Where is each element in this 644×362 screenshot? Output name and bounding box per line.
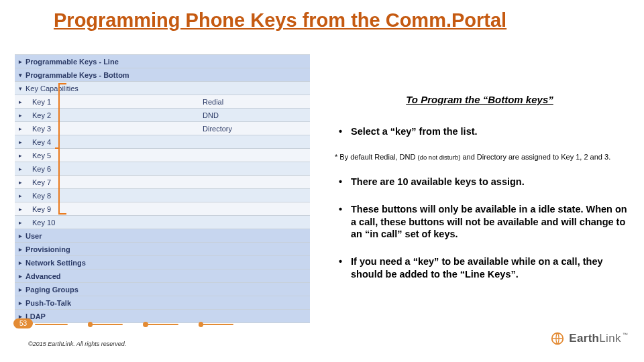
- key-label: Key 8: [25, 192, 203, 200]
- note-text: and Directory are assigned to Key 1, 2 a…: [460, 153, 610, 161]
- chevron-right-icon: ▸: [19, 300, 25, 306]
- section-label: Paging Groups: [25, 286, 310, 294]
- key-label: Key 7: [25, 178, 203, 186]
- trademark-icon: ™: [623, 332, 628, 338]
- key-label: Key 10: [25, 219, 203, 227]
- earthlink-logo: EarthLink™: [550, 331, 628, 346]
- chevron-right-icon: ▸: [19, 58, 25, 65]
- instructions: To Program the “Bottom keys” Select a “k…: [332, 94, 627, 296]
- chevron-right-icon: ▸: [19, 219, 25, 226]
- bullet-list: Select a “key” from the list.: [332, 125, 627, 138]
- bullet-item: These buttons will only be available in …: [332, 203, 627, 241]
- section-prog-keys-line[interactable]: ▸ Programmable Keys - Line: [15, 55, 310, 68]
- chevron-right-icon: ▸: [19, 233, 25, 239]
- section-user[interactable]: ▸User: [15, 229, 310, 243]
- chevron-right-icon: ▸: [19, 166, 25, 172]
- section-network-settings[interactable]: ▸Network Settings: [15, 256, 310, 269]
- section-label: Key Capabilities: [25, 84, 310, 93]
- key-value: Redial: [203, 98, 310, 106]
- page-number-badge: 53: [13, 318, 33, 328]
- globe-icon: [550, 331, 565, 346]
- section-label: Push-To-Talk: [25, 299, 310, 307]
- note-text: * By default Redial, DND: [335, 153, 418, 161]
- key-label: Key 2: [25, 111, 203, 119]
- key-label: Key 1: [25, 98, 203, 106]
- key-row[interactable]: ▸Key 10: [15, 216, 310, 229]
- brand-text: EarthLink™: [569, 332, 628, 345]
- chevron-right-icon: ▸: [19, 206, 25, 213]
- copyright-text: ©2015 EarthLink. All rights reserved.: [28, 341, 126, 347]
- section-label: Advanced: [25, 272, 310, 280]
- section-advanced[interactable]: ▸Advanced: [15, 269, 310, 283]
- instructions-heading: To Program the “Bottom keys”: [332, 94, 627, 105]
- key-label: Key 6: [25, 165, 203, 173]
- key-label: Key 5: [25, 152, 203, 160]
- chevron-right-icon: ▸: [19, 259, 25, 266]
- section-prog-keys-bottom[interactable]: ▾ Programmable Keys - Bottom: [15, 68, 310, 82]
- chevron-down-icon: ▾: [19, 85, 25, 92]
- default-note: * By default Redial, DND (do not disturb…: [335, 153, 627, 161]
- key-label: Key 9: [25, 205, 203, 213]
- chevron-right-icon: ▸: [19, 99, 25, 105]
- key-label: Key 4: [25, 138, 203, 146]
- section-label: LDAP: [25, 312, 310, 320]
- chevron-right-icon: ▸: [19, 286, 25, 293]
- page-title: Programming Phone Keys from the Comm.Por…: [54, 9, 506, 32]
- chevron-right-icon: ▸: [19, 273, 25, 280]
- section-provisioning[interactable]: ▸Provisioning: [15, 243, 310, 256]
- chevron-down-icon: ▾: [19, 72, 25, 78]
- chevron-right-icon: ▸: [19, 152, 25, 159]
- key-value: Directory: [203, 125, 310, 133]
- section-paging-groups[interactable]: ▸Paging Groups: [15, 283, 310, 296]
- key-value: DND: [203, 111, 310, 119]
- chevron-right-icon: ▸: [19, 139, 25, 145]
- section-label: Provisioning: [25, 245, 310, 253]
- section-label: Network Settings: [25, 259, 310, 267]
- chevron-right-icon: ▸: [19, 112, 25, 119]
- note-small: (do not disturb): [418, 154, 461, 161]
- bracket-icon: [58, 83, 67, 215]
- chevron-right-icon: ▸: [19, 192, 25, 199]
- bullet-list: There are 10 available keys to assign. T…: [332, 176, 627, 281]
- slide: Programming Phone Keys from the Comm.Por…: [0, 0, 644, 362]
- chevron-right-icon: ▸: [19, 246, 25, 253]
- section-ldap[interactable]: ▸LDAP: [15, 310, 310, 323]
- section-label: User: [25, 232, 310, 240]
- section-label: Programmable Keys - Bottom: [25, 71, 310, 79]
- bullet-item: If you need a “key” to be available whil…: [332, 255, 627, 281]
- bullet-item: Select a “key” from the list.: [332, 125, 627, 138]
- footer-divider: [35, 324, 256, 325]
- section-label: Programmable Keys - Line: [25, 58, 310, 66]
- chevron-right-icon: ▸: [19, 179, 25, 186]
- key-label: Key 3: [25, 125, 203, 133]
- bullet-item: There are 10 available keys to assign.: [332, 176, 627, 188]
- brand-rest: Link: [599, 332, 621, 345]
- chevron-right-icon: ▸: [19, 125, 25, 132]
- brand-bold: Earth: [569, 332, 599, 345]
- section-push-to-talk[interactable]: ▸Push-To-Talk: [15, 296, 310, 310]
